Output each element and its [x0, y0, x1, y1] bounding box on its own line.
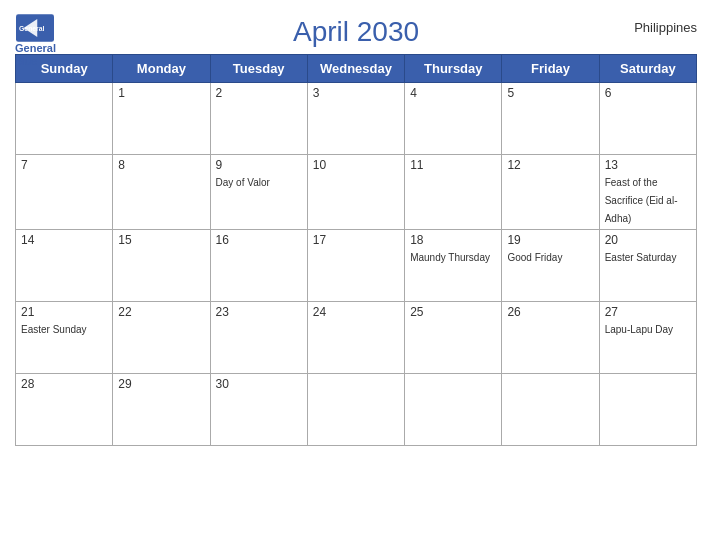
day-number: 9: [216, 158, 302, 172]
day-number: 15: [118, 233, 204, 247]
svg-text:General: General: [20, 25, 46, 32]
day-number: 8: [118, 158, 204, 172]
day-number: 24: [313, 305, 399, 319]
col-thursday: Thursday: [405, 55, 502, 83]
calendar-title: April 2030: [293, 16, 419, 48]
col-wednesday: Wednesday: [307, 55, 404, 83]
day-number: 13: [605, 158, 691, 172]
calendar-header: General General Blue April 2030 Philippi…: [15, 10, 697, 48]
calendar-cell: 14: [16, 230, 113, 302]
holiday-label: Good Friday: [507, 252, 562, 263]
day-number: 19: [507, 233, 593, 247]
day-number: 29: [118, 377, 204, 391]
holiday-label: Day of Valor: [216, 177, 270, 188]
day-number: 11: [410, 158, 496, 172]
day-number: 20: [605, 233, 691, 247]
calendar-cell: 13Feast of the Sacrifice (Eid al-Adha): [599, 155, 696, 230]
calendar-cell: 8: [113, 155, 210, 230]
day-number: 7: [21, 158, 107, 172]
calendar-cell: [307, 374, 404, 446]
day-number: 21: [21, 305, 107, 319]
holiday-label: Lapu-Lapu Day: [605, 324, 673, 335]
logo-text: General Blue: [15, 42, 56, 68]
calendar-cell: 24: [307, 302, 404, 374]
day-number: 22: [118, 305, 204, 319]
day-number: 12: [507, 158, 593, 172]
holiday-label: Maundy Thursday: [410, 252, 490, 263]
calendar-cell: 20Easter Saturday: [599, 230, 696, 302]
week-row-4: 21Easter Sunday222324252627Lapu-Lapu Day: [16, 302, 697, 374]
holiday-label: Easter Saturday: [605, 252, 677, 263]
calendar-cell: 29: [113, 374, 210, 446]
calendar-cell: 23: [210, 302, 307, 374]
calendar-cell: 22: [113, 302, 210, 374]
week-row-2: 789Day of Valor10111213Feast of the Sacr…: [16, 155, 697, 230]
day-number: 4: [410, 86, 496, 100]
day-number: 5: [507, 86, 593, 100]
country-label: Philippines: [634, 20, 697, 35]
calendar-cell: [405, 374, 502, 446]
calendar-cell: [502, 374, 599, 446]
calendar-cell: 7: [16, 155, 113, 230]
calendar-cell: 18Maundy Thursday: [405, 230, 502, 302]
week-row-3: 1415161718Maundy Thursday19Good Friday20…: [16, 230, 697, 302]
day-number: 18: [410, 233, 496, 247]
calendar-cell: 21Easter Sunday: [16, 302, 113, 374]
logo: General General Blue: [15, 14, 56, 68]
day-number: 30: [216, 377, 302, 391]
holiday-label: Easter Sunday: [21, 324, 87, 335]
calendar-cell: 9Day of Valor: [210, 155, 307, 230]
col-saturday: Saturday: [599, 55, 696, 83]
calendar-cell: 30: [210, 374, 307, 446]
day-number: 27: [605, 305, 691, 319]
calendar-cell: 2: [210, 83, 307, 155]
calendar-cell: 3: [307, 83, 404, 155]
calendar-cell: [16, 83, 113, 155]
day-number: 28: [21, 377, 107, 391]
day-number: 2: [216, 86, 302, 100]
col-monday: Monday: [113, 55, 210, 83]
col-friday: Friday: [502, 55, 599, 83]
calendar-cell: 15: [113, 230, 210, 302]
day-number: 17: [313, 233, 399, 247]
calendar-cell: [599, 374, 696, 446]
calendar-cell: 19Good Friday: [502, 230, 599, 302]
calendar-cell: 4: [405, 83, 502, 155]
calendar-cell: 11: [405, 155, 502, 230]
day-number: 6: [605, 86, 691, 100]
day-number: 1: [118, 86, 204, 100]
calendar-cell: 6: [599, 83, 696, 155]
calendar-cell: 25: [405, 302, 502, 374]
day-number: 26: [507, 305, 593, 319]
calendar-cell: 28: [16, 374, 113, 446]
day-number: 10: [313, 158, 399, 172]
days-header-row: Sunday Monday Tuesday Wednesday Thursday…: [16, 55, 697, 83]
day-number: 16: [216, 233, 302, 247]
calendar-cell: 26: [502, 302, 599, 374]
calendar-table: Sunday Monday Tuesday Wednesday Thursday…: [15, 54, 697, 446]
calendar-cell: 10: [307, 155, 404, 230]
week-row-5: 282930: [16, 374, 697, 446]
day-number: 25: [410, 305, 496, 319]
calendar-cell: 17: [307, 230, 404, 302]
week-row-1: 123456: [16, 83, 697, 155]
day-number: 14: [21, 233, 107, 247]
day-number: 23: [216, 305, 302, 319]
calendar-cell: 16: [210, 230, 307, 302]
holiday-label: Feast of the Sacrifice (Eid al-Adha): [605, 177, 678, 224]
calendar-cell: 5: [502, 83, 599, 155]
day-number: 3: [313, 86, 399, 100]
calendar-cell: 27Lapu-Lapu Day: [599, 302, 696, 374]
calendar-cell: 12: [502, 155, 599, 230]
col-tuesday: Tuesday: [210, 55, 307, 83]
calendar-cell: 1: [113, 83, 210, 155]
